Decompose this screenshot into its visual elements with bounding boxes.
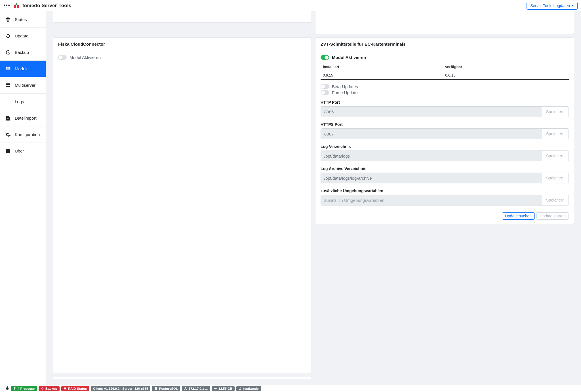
zvt-field-label-2: Log Verzeichnis: [321, 144, 569, 149]
version-table: Installiert verfügbar 0.6.15 0.6.15: [321, 63, 569, 80]
zvt-field-input-4[interactable]: [321, 195, 542, 205]
status-ip-label: 172.17.0.1 ...: [189, 387, 208, 390]
update-starten-label: Update starten: [540, 214, 566, 218]
card-title: FiskalCloudConnector: [53, 38, 311, 51]
zvt-field-input-2[interactable]: [321, 151, 542, 161]
svg-point-2: [15, 3, 17, 5]
sidebar-item-label: Update: [15, 33, 28, 38]
status-processes-label: 4 Prozesse: [18, 387, 35, 390]
sidebar-item-dateiimport[interactable]: Dateiimport: [0, 110, 46, 126]
card-stub-bottom: [53, 377, 312, 379]
zvt-field-label-4: zusätzliche Umgebungsvariablen: [321, 188, 569, 193]
sidebar-item-konfiguration[interactable]: Konfiguration: [0, 126, 46, 143]
status-ip-badge[interactable]: 172.17.0.1 ...: [182, 386, 210, 391]
status-client-label: Client: v1.126.0.2 | Server: 126-s635: [93, 387, 148, 390]
zvt-field-save-0[interactable]: Speichern: [542, 106, 569, 117]
update-suchen-button[interactable]: Update suchen: [502, 212, 535, 220]
card-stub: [315, 11, 574, 34]
sidebar-item-label: Module: [15, 66, 29, 71]
svg-point-9: [186, 389, 187, 390]
status-user-badge[interactable]: testkunde: [236, 386, 261, 391]
status-backup-label: Backup: [45, 387, 57, 390]
history-icon: [41, 387, 44, 390]
zvt-field-save-3[interactable]: Speichern: [542, 173, 569, 183]
history-icon: [5, 50, 11, 55]
status-db-badge[interactable]: PostgreSQL: [152, 386, 180, 391]
zvt-field-label-1: HTTPS Port: [321, 122, 569, 127]
version-th-available: verfügbar: [443, 63, 569, 71]
hdd-icon: [64, 387, 67, 390]
version-td-available: 0.6.15: [443, 71, 569, 80]
sidebar-item-label: Über: [15, 149, 24, 153]
layers-icon: [5, 17, 11, 22]
zvt-toggle-0[interactable]: [321, 84, 329, 89]
svg-rect-5: [8, 150, 8, 150]
zvt-field-save-4[interactable]: Speichern: [542, 195, 569, 205]
svg-rect-0: [14, 5, 16, 8]
status-disk-label: 12.55 GB: [218, 387, 232, 390]
sidebar-item-module[interactable]: Module: [0, 61, 46, 77]
svg-point-10: [185, 387, 186, 388]
svg-rect-6: [64, 387, 66, 389]
status-raid-label: RAID Status: [68, 387, 87, 390]
network-icon: [184, 387, 187, 390]
sidebar-item-backup[interactable]: Backup: [0, 44, 46, 61]
sidebar-item-label: Status: [15, 17, 27, 22]
os-linux-icon: [5, 386, 9, 391]
server-tools-logdaten-button[interactable]: Server Tools Logdaten: [527, 2, 578, 10]
menu-dots-icon[interactable]: •••: [3, 3, 10, 9]
zvt-field-input-1[interactable]: [321, 128, 542, 139]
svg-rect-11: [214, 388, 216, 389]
server-icon: [5, 82, 11, 88]
status-raid-badge[interactable]: RAID Status: [61, 386, 89, 391]
database-icon: [154, 387, 157, 390]
fiskal-activate-label: Modul Aktivieren: [70, 55, 101, 60]
info-icon: [5, 148, 11, 154]
zvt-field-input-3[interactable]: [321, 173, 542, 183]
sidebar-item--ber[interactable]: Über: [0, 143, 46, 159]
zvt-toggle-label-1: Force Update: [332, 90, 358, 95]
brand-title: tomedo Server-Tools: [22, 3, 71, 9]
sidebar-item-label: Backup: [15, 50, 29, 55]
status-processes-badge[interactable]: 4 Prozesse: [11, 386, 37, 391]
sidebar-item-update[interactable]: Update: [0, 28, 46, 44]
status-disk-badge[interactable]: 12.55 GB: [212, 386, 235, 391]
zvt-field-input-0[interactable]: [321, 106, 542, 117]
zvt-activate-label: Modul Aktivieren: [332, 55, 366, 60]
sidebar-item-label: Multiserver: [15, 83, 35, 88]
sidebar-item-label: Konfiguration: [15, 132, 40, 137]
svg-rect-1: [17, 5, 19, 8]
zvt-field-save-2[interactable]: Speichern: [542, 151, 569, 161]
update-starten-button[interactable]: Update starten: [536, 212, 569, 220]
zvt-field-label-3: Log Archive Verzeichnis: [321, 166, 569, 171]
zvt-field-save-1[interactable]: Speichern: [542, 128, 569, 139]
gear-icon: [5, 132, 11, 137]
status-backup-badge[interactable]: Backup: [39, 386, 60, 391]
fiskal-activate-toggle[interactable]: [58, 55, 67, 60]
zvt-toggle-1[interactable]: [321, 90, 329, 95]
sidebar-item-logs[interactable]: Logs: [0, 94, 46, 110]
card-fiskalcloudconnector: FiskalCloudConnector Modul Aktivieren: [53, 37, 312, 373]
chevron-down-icon: [572, 5, 574, 6]
list-icon: [5, 99, 11, 105]
card-zvt: ZVT-Schnittstelle für EC-Kartenterminals…: [315, 37, 574, 224]
sidebar-item-multiserver[interactable]: Multiserver: [0, 77, 46, 94]
grid-icon: [5, 66, 11, 72]
zvt-field-label-0: HTTP Port: [321, 100, 569, 105]
zvt-activate-toggle[interactable]: [321, 55, 329, 60]
card-stub: [53, 11, 312, 23]
user-icon: [239, 387, 242, 390]
file-arrow-icon: [5, 115, 11, 121]
hdd-icon: [214, 387, 217, 390]
sidebar-item-label: Dateiimport: [15, 116, 37, 120]
server-tools-logdaten-label: Server Tools Logdaten: [530, 3, 570, 8]
sidebar-item-status[interactable]: Status: [0, 11, 46, 28]
status-client-badge[interactable]: Client: v1.126.0.2 | Server: 126-s635: [91, 386, 150, 391]
update-suchen-label: Update suchen: [505, 214, 532, 218]
version-td-installed: 0.6.15: [321, 71, 443, 80]
svg-rect-4: [8, 151, 8, 152]
card-title: ZVT-Schnittstelle für EC-Kartenterminals: [315, 38, 574, 51]
status-user-label: testkunde: [243, 387, 258, 390]
svg-point-12: [240, 387, 241, 389]
sidebar-item-label: Logs: [15, 99, 24, 104]
